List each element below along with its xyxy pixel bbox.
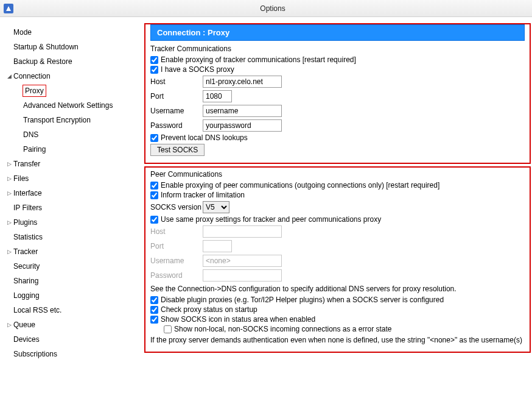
app-icon <box>4 4 13 13</box>
peer-host-label: Host <box>150 227 203 236</box>
same-settings-checkbox[interactable]: Use same proxy settings for tracker and … <box>150 215 525 224</box>
twisty-closed-icon[interactable]: ▷ <box>5 319 13 330</box>
sidebar-item-subscriptions[interactable]: Subscriptions <box>5 347 141 361</box>
highlight-peer-box: Peer Communications Enable proxying of p… <box>144 166 531 353</box>
options-content: Connection : Proxy Tracker Communication… <box>143 17 532 404</box>
show-nonlocal-label: Show non-local, non-SOCKS incoming conne… <box>174 325 392 333</box>
tracker-port-input[interactable] <box>203 90 232 102</box>
auth-note: If the proxy server demands authenticati… <box>150 336 525 344</box>
twisty-closed-icon[interactable]: ▷ <box>5 188 13 199</box>
socks-version-select[interactable]: V5 V4 V4a <box>203 201 229 213</box>
have-socks-input[interactable] <box>150 66 158 74</box>
disable-plugin-input[interactable] <box>150 296 158 304</box>
sidebar-item-statistics[interactable]: Statistics <box>5 230 141 244</box>
options-window: Options Mode Startup & Shutdown Backup &… <box>0 0 532 404</box>
peer-port-label: Port <box>150 242 203 250</box>
sidebar-item-logging[interactable]: Logging <box>5 289 141 302</box>
sidebar-item-interface[interactable]: ▷Interface <box>5 186 141 200</box>
sidebar-item-tracker[interactable]: ▷Tracker <box>5 245 141 258</box>
sidebar-item-transfer[interactable]: ▷Transfer <box>5 157 141 171</box>
show-icon-checkbox[interactable]: Show SOCKS icon in status area when enab… <box>150 315 525 324</box>
twisty-open-icon[interactable]: ◢ <box>5 71 13 82</box>
inform-tracker-checkbox[interactable]: Inform tracker of limitation <box>150 191 525 199</box>
tracker-pass-label: Password <box>150 121 203 130</box>
show-nonlocal-input[interactable] <box>164 325 172 333</box>
sidebar-item-dns[interactable]: DNS <box>15 128 141 141</box>
sidebar-item-pairing[interactable]: Pairing <box>15 143 141 156</box>
enable-peer-proxy-label: Enable proxying of peer communications (… <box>161 181 439 190</box>
titlebar: Options <box>0 0 532 17</box>
tracker-port-label: Port <box>150 92 203 101</box>
inform-tracker-label: Inform tracker of limitation <box>161 191 245 199</box>
enable-tracker-proxy-label: Enable proxying of tracker communication… <box>161 55 356 64</box>
sidebar-item-transport-encryption[interactable]: Transport Encryption <box>15 113 141 127</box>
sidebar-item-queue[interactable]: ▷Queue <box>5 318 141 331</box>
twisty-closed-icon[interactable]: ▷ <box>5 173 13 184</box>
twisty-closed-icon[interactable]: ▷ <box>5 158 13 169</box>
sidebar-item-advanced-network[interactable]: Advanced Network Settings <box>15 99 141 112</box>
sidebar-item-mode[interactable]: Mode <box>5 26 141 39</box>
sidebar-item-devices[interactable]: Devices <box>5 333 141 346</box>
show-icon-input[interactable] <box>150 316 158 324</box>
peer-pass-input <box>203 269 282 282</box>
have-socks-label: I have a SOCKS proxy <box>161 65 234 74</box>
disable-plugin-checkbox[interactable]: Disable plugin proxies (e.g. Tor/I2P Hel… <box>150 296 525 304</box>
sidebar-item-files[interactable]: ▷Files <box>5 172 141 185</box>
test-socks-button[interactable]: Test SOCKS <box>150 144 205 156</box>
check-startup-label: Check proxy status on startup <box>161 305 257 314</box>
sidebar-item-proxy[interactable]: Proxy <box>15 84 141 97</box>
disable-plugin-label: Disable plugin proxies (e.g. Tor/I2P Hel… <box>161 296 444 304</box>
sidebar-item-connection[interactable]: ◢Connection <box>5 69 141 83</box>
enable-peer-proxy-checkbox[interactable]: Enable proxying of peer communications (… <box>150 181 525 190</box>
peer-pass-label: Password <box>150 271 203 280</box>
sidebar-item-startup[interactable]: Startup & Shutdown <box>5 40 141 54</box>
sidebar-item-backup[interactable]: Backup & Restore <box>5 55 141 68</box>
check-startup-input[interactable] <box>150 306 158 314</box>
tracker-pass-input[interactable] <box>203 119 282 132</box>
inform-tracker-input[interactable] <box>150 191 158 199</box>
peer-port-input <box>203 240 232 252</box>
same-settings-label: Use same proxy settings for tracker and … <box>161 215 381 224</box>
highlight-tracker-box: Connection : Proxy Tracker Communication… <box>144 23 531 164</box>
sidebar-item-ipfilters[interactable]: IP Filters <box>5 201 141 214</box>
prevent-dns-input[interactable] <box>150 134 158 142</box>
peer-user-label: Username <box>150 257 203 265</box>
enable-tracker-proxy-input[interactable] <box>150 56 158 64</box>
twisty-closed-icon[interactable]: ▷ <box>5 246 13 257</box>
tracker-host-label: Host <box>150 77 203 86</box>
sidebar-item-sharing[interactable]: Sharing <box>5 274 141 288</box>
twisty-closed-icon[interactable]: ▷ <box>5 217 13 228</box>
show-nonlocal-checkbox[interactable]: Show non-local, non-SOCKS incoming conne… <box>164 325 525 333</box>
options-sidebar: Mode Startup & Shutdown Backup & Restore… <box>0 17 143 404</box>
peer-host-input <box>203 225 282 238</box>
enable-peer-proxy-input[interactable] <box>150 182 158 190</box>
check-startup-checkbox[interactable]: Check proxy status on startup <box>150 305 525 314</box>
show-icon-label: Show SOCKS icon in status area when enab… <box>161 315 315 324</box>
sidebar-item-plugins[interactable]: ▷Plugins <box>5 216 141 229</box>
have-socks-checkbox[interactable]: I have a SOCKS proxy <box>150 65 525 74</box>
section-header: Connection : Proxy <box>150 24 525 41</box>
dns-note: See the Connection->DNS configuration to… <box>150 285 525 293</box>
window-title: Options <box>17 4 528 13</box>
enable-tracker-proxy-checkbox[interactable]: Enable proxying of tracker communication… <box>150 55 525 64</box>
tracker-host-input[interactable] <box>203 76 282 88</box>
peer-group-title: Peer Communications <box>150 170 525 179</box>
sidebar-item-security[interactable]: Security <box>5 260 141 273</box>
prevent-dns-checkbox[interactable]: Prevent local DNS lookups <box>150 133 525 142</box>
tracker-group-title: Tracker Communications <box>150 44 525 53</box>
tracker-user-label: Username <box>150 107 203 115</box>
prevent-dns-label: Prevent local DNS lookups <box>161 133 248 142</box>
tracker-user-input[interactable] <box>203 105 282 117</box>
peer-user-input <box>203 255 282 267</box>
sidebar-item-localrss[interactable]: Local RSS etc. <box>5 303 141 317</box>
socks-version-label: SOCKS version <box>150 203 203 211</box>
same-settings-input[interactable] <box>150 216 158 224</box>
